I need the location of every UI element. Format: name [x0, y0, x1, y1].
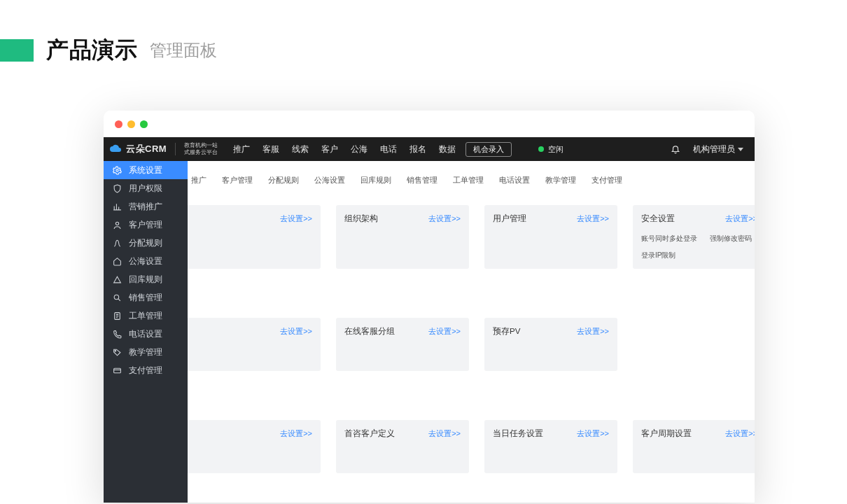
settings-card: 安全设置去设置>>账号同时多处登录强制修改密码登录IP限制: [633, 205, 755, 269]
tab-item[interactable]: 客户管理: [214, 171, 260, 190]
user-label: 机构管理员: [693, 144, 735, 155]
card-title: 用户管理: [493, 214, 526, 224]
sidebar-item-triangle[interactable]: 回库规则: [104, 270, 188, 288]
sidebar-item-tag[interactable]: 教学管理: [104, 343, 188, 361]
svg-point-0: [115, 169, 118, 171]
page-heading-subtitle: 管理面板: [150, 39, 217, 62]
tab-item[interactable]: 工单管理: [445, 171, 491, 190]
card-title: 安全设置: [641, 214, 675, 224]
tab-item[interactable]: 支付管理: [584, 171, 630, 190]
window-close-dot[interactable]: [115, 120, 122, 128]
route-icon: [112, 238, 122, 248]
tab-item[interactable]: 回库规则: [353, 171, 399, 190]
topnav-item[interactable]: 公海: [351, 144, 368, 155]
sidebar-item-chart[interactable]: 营销推广: [104, 197, 188, 216]
topnav-item[interactable]: 电话: [380, 144, 397, 155]
settings-card: 去设置>>: [188, 205, 321, 269]
card-title: 在线客服分组: [344, 326, 395, 337]
settings-card: 去设置>>: [188, 318, 321, 371]
go-settings-link[interactable]: 去设置>>: [577, 214, 609, 224]
topnav-item[interactable]: 客服: [262, 144, 279, 155]
home-icon: [112, 256, 122, 266]
top-nav-items: 推广客服线索客户公海电话报名数据: [233, 144, 456, 155]
card-sub-item[interactable]: 账号同时多处登录: [641, 234, 697, 244]
logo-sub-line2: 式服务云平台: [184, 149, 218, 155]
settings-card: 预存PV去设置>>: [484, 318, 617, 371]
window-maximize-dot[interactable]: [140, 120, 148, 128]
logo-sub-line1: 教育机构一站: [184, 142, 218, 148]
record-entry-button[interactable]: 机会录入: [465, 142, 512, 157]
topnav-item[interactable]: 报名: [410, 144, 426, 155]
sidebar-item-label: 支付管理: [129, 365, 162, 377]
topnav-item[interactable]: 数据: [439, 144, 456, 155]
card-row-3: 去设置>>首咨客户定义去设置>>当日任务设置去设置>>客户周期设置去设置>>: [188, 407, 755, 473]
user-menu[interactable]: 机构管理员: [693, 144, 743, 155]
status-dot-icon: [538, 146, 544, 152]
go-settings-link[interactable]: 去设置>>: [428, 326, 461, 337]
go-settings-link[interactable]: 去设置>>: [725, 214, 755, 224]
page-heading-title: 产品演示: [46, 35, 137, 66]
sidebar-item-label: 系统设置: [129, 164, 162, 176]
tab-item[interactable]: 教学管理: [538, 171, 584, 190]
topnav-item[interactable]: 线索: [292, 144, 309, 155]
svg-rect-5: [113, 368, 120, 373]
go-settings-link[interactable]: 去设置>>: [577, 428, 609, 439]
card-sub-item[interactable]: 登录IP限制: [641, 251, 676, 260]
svg-point-4: [114, 350, 115, 351]
settings-icon: [112, 165, 122, 175]
phone-icon: [112, 329, 122, 339]
sidebar-item-label: 公海设置: [129, 255, 162, 267]
card-row-1: 去设置>>组织架构去设置>>用户管理去设置>>安全设置去设置>>账号同时多处登录…: [188, 192, 755, 269]
sidebar-item-shield[interactable]: 用户权限: [104, 179, 188, 197]
tab-item[interactable]: 销售管理: [399, 171, 445, 190]
bell-icon[interactable]: [671, 144, 680, 154]
heading-accent-block: [0, 39, 34, 62]
triangle-icon: [112, 274, 122, 284]
window-chrome: [104, 111, 755, 137]
sidebar-item-label: 客户管理: [129, 219, 162, 231]
go-settings-link[interactable]: 去设置>>: [577, 326, 609, 337]
sidebar: 系统设置用户权限营销推广客户管理分配规则公海设置回库规则销售管理工单管理电话设置…: [104, 161, 188, 503]
svg-point-1: [115, 222, 118, 225]
topnav-item[interactable]: 推广: [233, 144, 250, 155]
sidebar-item-sales[interactable]: 销售管理: [104, 288, 188, 307]
go-settings-link[interactable]: 去设置>>: [280, 428, 312, 439]
go-settings-link[interactable]: 去设置>>: [280, 326, 312, 337]
tab-item[interactable]: 电话设置: [491, 171, 538, 190]
sidebar-item-person[interactable]: 客户管理: [104, 216, 188, 234]
window-minimize-dot[interactable]: [127, 120, 135, 128]
card-title: 客户周期设置: [641, 428, 692, 439]
tab-item[interactable]: 公海设置: [307, 171, 353, 190]
sidebar-item-label: 营销推广: [129, 201, 162, 213]
tab-item[interactable]: 推广: [188, 171, 214, 190]
sidebar-item-settings[interactable]: 系统设置: [104, 161, 188, 179]
go-settings-link[interactable]: 去设置>>: [428, 214, 461, 224]
sidebar-item-label: 工单管理: [129, 310, 162, 322]
go-settings-link[interactable]: 去设置>>: [725, 428, 755, 439]
settings-card: 去设置>>: [188, 420, 321, 473]
topnav-item[interactable]: 客户: [321, 144, 338, 155]
sidebar-item-route[interactable]: 分配规则: [104, 234, 188, 252]
settings-card: 用户管理去设置>>: [484, 205, 617, 269]
sidebar-item-doc[interactable]: 工单管理: [104, 307, 188, 325]
main-content: 推广客户管理分配规则公海设置回库规则销售管理工单管理电话设置教学管理支付管理 去…: [188, 161, 755, 503]
sidebar-item-label: 电话设置: [129, 328, 162, 340]
settings-card: 当日任务设置去设置>>: [484, 420, 617, 473]
sidebar-item-phone[interactable]: 电话设置: [104, 325, 188, 343]
go-settings-link[interactable]: 去设置>>: [428, 428, 461, 439]
card-title: 首咨客户定义: [344, 428, 395, 439]
sidebar-item-card[interactable]: 支付管理: [104, 361, 188, 379]
chart-icon: [112, 202, 122, 211]
app-window: 云朵CRM 教育机构一站 式服务云平台 推广客服线索客户公海电话报名数据 机会录…: [104, 111, 755, 503]
sidebar-item-home[interactable]: 公海设置: [104, 252, 188, 270]
card-sub-item[interactable]: 强制修改密码: [710, 234, 752, 244]
settings-card: 组织架构去设置>>: [336, 205, 469, 269]
tag-icon: [112, 347, 122, 357]
cloud-logo-icon: [109, 144, 122, 154]
go-settings-link[interactable]: 去设置>>: [280, 214, 312, 224]
person-icon: [112, 220, 122, 230]
sidebar-item-label: 销售管理: [129, 292, 162, 304]
doc-icon: [112, 311, 122, 321]
tab-item[interactable]: 分配规则: [260, 171, 307, 190]
logo-subtitle: 教育机构一站 式服务云平台: [184, 142, 218, 155]
